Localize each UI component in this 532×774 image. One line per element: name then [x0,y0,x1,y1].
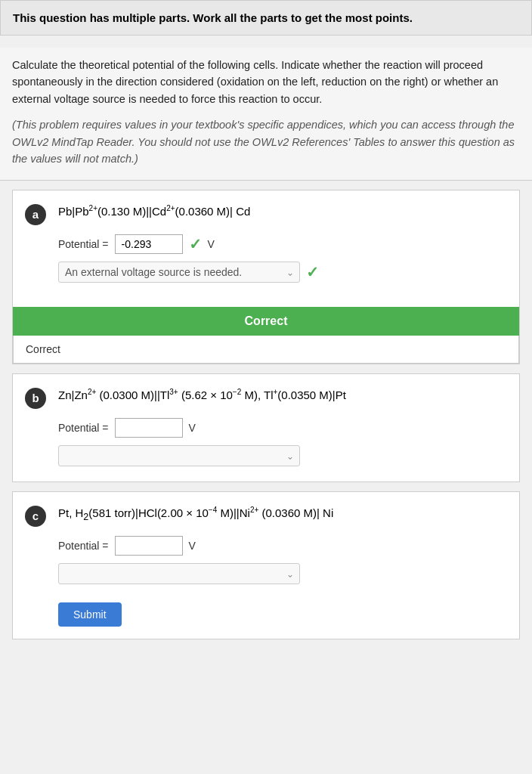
part-b-potential-label: Potential = [58,422,109,434]
part-a-potential-label: Potential = [58,238,109,250]
section-divider [0,180,532,181]
part-c-container: c Pt, H2(581 torr)|HCl(2.00 × 10−4 M)||N… [12,491,520,639]
intro-paragraph: Calculate the theoretical potential of t… [12,57,520,107]
part-c-dropdown-row: An external voltage source is needed. Th… [58,563,507,584]
part-a-unit: V [208,238,215,250]
part-b-potential-row: Potential = V [58,418,507,438]
part-b-unit: V [189,422,196,434]
part-a-potential-row: Potential = ✓ V [58,234,507,254]
part-c-badge: c [25,506,46,527]
part-a-dropdown-wrapper[interactable]: An external voltage source is needed. Th… [58,262,300,283]
part-a-header: a Pb|Pb2+(0.130 M)||Cd2+(0.0360 M)| Cd [25,203,507,225]
part-b-inner: b Zn|Zn2+ (0.0300 M)||Tl3+ (5.62 × 10−2 … [13,374,519,481]
part-b-header: b Zn|Zn2+ (0.0300 M)||Tl3+ (5.62 × 10−2 … [25,386,507,409]
part-b-dropdown-row: An external voltage source is needed. Th… [58,445,507,466]
part-a-check-icon: ✓ [189,235,202,253]
part-a-equation: Pb|Pb2+(0.130 M)||Cd2+(0.0360 M)| Cd [58,203,250,221]
part-c-dropdown-wrapper[interactable]: An external voltage source is needed. Th… [58,563,300,584]
part-b-potential-input[interactable] [115,418,183,438]
part-c-potential-input[interactable] [115,536,183,556]
page-wrapper: This question has multiple parts. Work a… [0,0,532,639]
part-a-badge: a [25,204,46,225]
part-b-dropdown-wrapper[interactable]: An external voltage source is needed. Th… [58,445,300,466]
submit-row: Submit [25,593,507,627]
notice-text: This question has multiple parts. Work a… [13,10,519,26]
intro-section: Calculate the theoretical potential of t… [0,48,532,180]
part-a-dropdown[interactable]: An external voltage source is needed. Th… [58,262,300,283]
part-a-potential-input[interactable] [115,234,183,254]
part-c-header: c Pt, H2(581 torr)|HCl(2.00 × 10−4 M)||N… [25,504,507,527]
part-c-equation: Pt, H2(581 torr)|HCl(2.00 × 10−4 M)||Ni2… [58,504,333,525]
part-c-potential-label: Potential = [58,540,109,552]
correct-label-box: Correct [13,336,519,364]
submit-button[interactable]: Submit [58,602,122,627]
part-c-potential-row: Potential = V [58,536,507,556]
part-b-badge: b [25,388,46,409]
part-b-container: b Zn|Zn2+ (0.0300 M)||Tl3+ (5.62 × 10−2 … [12,373,520,482]
part-a-dropdown-check-icon: ✓ [306,263,319,281]
part-b-equation: Zn|Zn2+ (0.0300 M)||Tl3+ (5.62 × 10−2 M)… [58,386,346,404]
part-c-inner: c Pt, H2(581 torr)|HCl(2.00 × 10−4 M)||N… [13,492,519,639]
part-c-unit: V [189,540,196,552]
part-c-dropdown[interactable]: An external voltage source is needed. Th… [58,563,300,584]
correct-banner: Correct [13,307,519,336]
part-b-dropdown[interactable]: An external voltage source is needed. Th… [58,445,300,466]
notice-box: This question has multiple parts. Work a… [0,0,532,36]
part-a-dropdown-row: An external voltage source is needed. Th… [58,262,507,283]
part-a-inner: a Pb|Pb2+(0.130 M)||Cd2+(0.0360 M)| Cd P… [13,190,519,298]
intro-note: (This problem requires values in your te… [12,116,520,179]
part-a-container: a Pb|Pb2+(0.130 M)||Cd2+(0.0360 M)| Cd P… [12,190,520,364]
